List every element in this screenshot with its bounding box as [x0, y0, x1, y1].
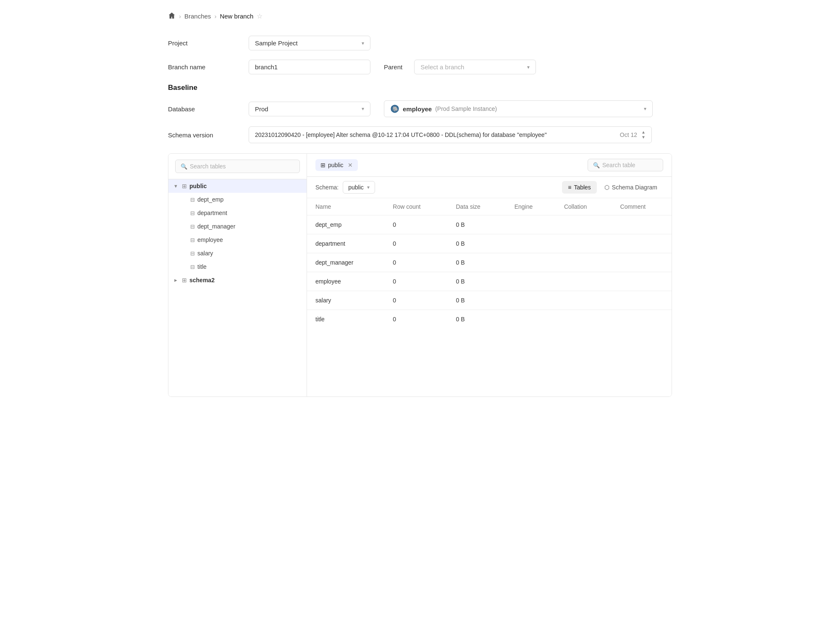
db-instance-select[interactable]: 🐘 employee (Prod Sample Instance) ▾ — [384, 100, 653, 117]
cell-data_size: 0 B — [447, 253, 506, 272]
right-panel-header: ⊞ public ✕ 🔍 Search table — [307, 154, 672, 177]
cell-comment — [612, 310, 672, 329]
cell-collation — [556, 215, 612, 234]
breadcrumb-branches[interactable]: Branches — [184, 13, 211, 20]
cell-data_size: 0 B — [447, 291, 506, 310]
parent-label: Parent — [384, 63, 402, 71]
home-icon[interactable] — [168, 12, 176, 21]
left-panel: 🔍 Search tables ▼ ⊞ public ⊟ dept_emp ⊟ … — [168, 154, 307, 396]
cell-collation — [556, 253, 612, 272]
spinner-down-icon: ▼ — [641, 135, 646, 139]
schema-selector-chevron-icon: ▾ — [367, 184, 370, 190]
project-chevron-icon: ▾ — [362, 40, 364, 46]
search-tables-box: 🔍 Search tables — [168, 154, 307, 179]
table-body: dept_emp00 Bdepartment00 Bdept_manager00… — [307, 215, 672, 329]
cell-collation — [556, 234, 612, 253]
cell-name: employee — [307, 272, 384, 291]
table-row[interactable]: title00 B — [307, 310, 672, 329]
panels-container: 🔍 Search tables ▼ ⊞ public ⊟ dept_emp ⊟ … — [168, 153, 672, 397]
cell-name: title — [307, 310, 384, 329]
schema-version-spinner[interactable]: ▲ ▼ — [641, 130, 646, 139]
sidebar-item-dept-emp[interactable]: ⊟ dept_emp — [168, 193, 307, 206]
search-table-icon: 🔍 — [593, 162, 600, 168]
department-label: department — [197, 210, 227, 216]
cell-row_count: 0 — [384, 310, 447, 329]
public-schema-icon: ⊞ — [182, 183, 187, 189]
breadcrumb-current: New branch — [220, 13, 253, 20]
right-header-right: 🔍 Search table — [588, 159, 663, 171]
salary-table-icon: ⊟ — [190, 250, 195, 257]
cell-comment — [612, 234, 672, 253]
schema-version-date: Oct 12 — [620, 131, 637, 138]
sidebar-item-salary[interactable]: ⊟ salary — [168, 247, 307, 260]
sidebar-item-employee[interactable]: ⊟ employee — [168, 233, 307, 247]
tab-close-icon[interactable]: ✕ — [348, 162, 353, 168]
tab-schema-diagram[interactable]: ⬡ Schema Diagram — [598, 181, 663, 194]
tables-tab-icon: ≡ — [568, 184, 571, 191]
sidebar-item-department[interactable]: ⊟ department — [168, 206, 307, 220]
salary-label: salary — [197, 250, 213, 257]
schema-view-bar: Schema: public ▾ ≡ Tables ⬡ Schema Diagr… — [307, 177, 672, 198]
sidebar-item-dept-manager[interactable]: ⊟ dept_manager — [168, 220, 307, 233]
breadcrumb-sep-2: › — [214, 13, 216, 20]
right-panel: ⊞ public ✕ 🔍 Search table Schema: — [307, 154, 672, 396]
cell-row_count: 0 — [384, 291, 447, 310]
active-tab-chip[interactable]: ⊞ public ✕ — [315, 159, 358, 171]
baseline-section-title: Baseline — [168, 84, 672, 92]
sidebar-item-schema2[interactable]: ► ⊞ schema2 — [168, 273, 307, 287]
branch-name-input[interactable] — [249, 60, 370, 74]
cell-row_count: 0 — [384, 272, 447, 291]
breadcrumb: › Branches › New branch ☆ — [168, 12, 672, 21]
spinner-up-icon: ▲ — [641, 130, 646, 134]
db-instance-left: 🐘 employee (Prod Sample Instance) — [390, 104, 497, 113]
table-row[interactable]: department00 B — [307, 234, 672, 253]
cell-name: dept_emp — [307, 215, 384, 234]
project-select[interactable]: Sample Project ▾ — [249, 36, 370, 50]
project-row: Project Sample Project ▾ — [168, 36, 672, 50]
employee-label: employee — [197, 236, 223, 243]
schema-selector-group: Schema: public ▾ — [315, 181, 375, 194]
tables-tab-label: Tables — [574, 184, 591, 191]
schema-version-row: Schema version 20231012090420 - [employe… — [168, 126, 672, 143]
cell-engine — [506, 291, 556, 310]
schema-selector-value: public — [348, 184, 364, 191]
active-tab-label: public — [328, 162, 344, 168]
col-collation: Collation — [556, 198, 612, 215]
parent-group: Parent Select a branch ▾ — [384, 60, 536, 74]
dept-manager-table-icon: ⊟ — [190, 223, 195, 230]
schema-selector-select[interactable]: public ▾ — [343, 181, 375, 194]
favorite-icon[interactable]: ☆ — [257, 12, 262, 20]
table-row[interactable]: dept_manager00 B — [307, 253, 672, 272]
cell-engine — [506, 215, 556, 234]
table-row[interactable]: employee00 B — [307, 272, 672, 291]
search-tables-input[interactable]: 🔍 Search tables — [175, 160, 300, 173]
cell-engine — [506, 272, 556, 291]
schema-version-label: Schema version — [168, 131, 235, 139]
employee-table-icon: ⊟ — [190, 237, 195, 243]
cell-row_count: 0 — [384, 253, 447, 272]
project-label: Project — [168, 39, 235, 47]
sidebar-item-public[interactable]: ▼ ⊞ public — [168, 179, 307, 193]
cell-row_count: 0 — [384, 215, 447, 234]
cell-comment — [612, 253, 672, 272]
table-row[interactable]: salary00 B — [307, 291, 672, 310]
cell-comment — [612, 272, 672, 291]
col-data-size: Data size — [447, 198, 506, 215]
cell-name: department — [307, 234, 384, 253]
db-instance-name: employee — [403, 105, 432, 113]
tab-tables[interactable]: ≡ Tables — [562, 181, 597, 194]
department-table-icon: ⊟ — [190, 210, 195, 216]
sidebar-item-title[interactable]: ⊟ title — [168, 260, 307, 273]
dept-manager-label: dept_manager — [197, 223, 235, 230]
title-table-icon: ⊟ — [190, 264, 195, 270]
parent-select[interactable]: Select a branch ▾ — [414, 60, 536, 74]
cell-name: dept_manager — [307, 253, 384, 272]
cell-engine — [506, 310, 556, 329]
cell-engine — [506, 234, 556, 253]
table-row[interactable]: dept_emp00 B — [307, 215, 672, 234]
cell-row_count: 0 — [384, 234, 447, 253]
postgres-icon: 🐘 — [390, 104, 399, 113]
search-table-input[interactable]: 🔍 Search table — [588, 159, 663, 171]
schema-version-select[interactable]: 20231012090420 - [employee] Alter schema… — [249, 126, 652, 143]
database-select[interactable]: Prod ▾ — [249, 102, 370, 116]
